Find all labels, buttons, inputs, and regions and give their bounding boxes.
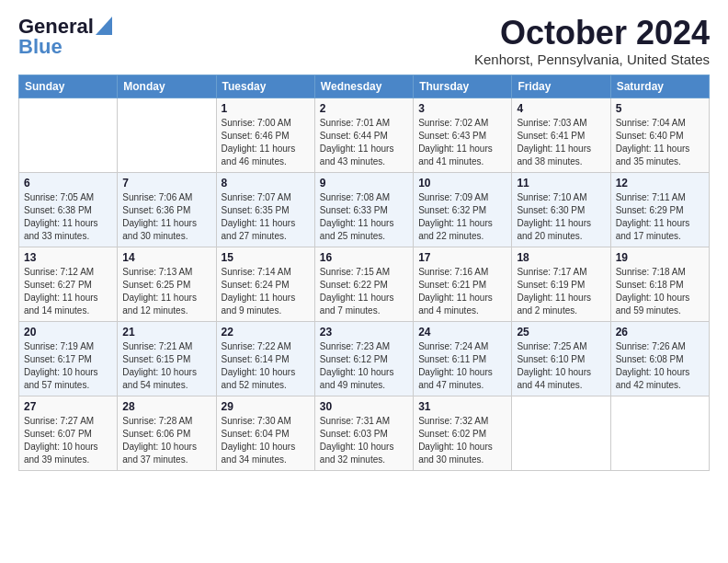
col-header-friday: Friday	[512, 75, 610, 98]
day-info: Sunrise: 7:24 AMSunset: 6:11 PMDaylight:…	[418, 341, 493, 390]
day-info: Sunrise: 7:21 AMSunset: 6:15 PMDaylight:…	[122, 341, 197, 390]
col-header-wednesday: Wednesday	[314, 75, 413, 98]
day-number: 17	[418, 251, 506, 264]
day-info: Sunrise: 7:28 AMSunset: 6:06 PMDaylight:…	[122, 416, 197, 465]
calendar-cell: 13Sunrise: 7:12 AMSunset: 6:27 PMDayligh…	[19, 247, 118, 321]
day-number: 29	[222, 400, 310, 413]
day-info: Sunrise: 7:06 AMSunset: 6:36 PMDaylight:…	[122, 192, 197, 241]
calendar-cell: 22Sunrise: 7:22 AMSunset: 6:14 PMDayligh…	[216, 321, 314, 396]
day-info: Sunrise: 7:16 AMSunset: 6:21 PMDaylight:…	[418, 267, 493, 316]
day-number: 24	[418, 326, 506, 339]
calendar-cell: 7Sunrise: 7:06 AMSunset: 6:36 PMDaylight…	[118, 172, 216, 247]
logo-blue: Blue	[18, 35, 63, 59]
day-info: Sunrise: 7:26 AMSunset: 6:08 PMDaylight:…	[616, 341, 690, 390]
calendar-cell: 10Sunrise: 7:09 AMSunset: 6:32 PMDayligh…	[414, 172, 512, 247]
day-info: Sunrise: 7:27 AMSunset: 6:07 PMDaylight:…	[24, 416, 98, 465]
day-number: 4	[517, 102, 605, 115]
day-info: Sunrise: 7:11 AMSunset: 6:29 PMDaylight:…	[616, 192, 690, 241]
day-number: 10	[418, 177, 506, 190]
day-info: Sunrise: 7:05 AMSunset: 6:38 PMDaylight:…	[24, 192, 98, 241]
day-number: 2	[320, 102, 408, 115]
day-number: 13	[24, 251, 112, 264]
logo: General Blue	[18, 15, 112, 59]
day-number: 8	[222, 177, 310, 190]
day-number: 28	[122, 400, 210, 413]
calendar-cell: 12Sunrise: 7:11 AMSunset: 6:29 PMDayligh…	[610, 172, 709, 247]
logo-icon	[96, 17, 112, 35]
day-number: 5	[616, 102, 704, 115]
location: Kenhorst, Pennsylvania, United States	[474, 52, 710, 67]
calendar-cell: 30Sunrise: 7:31 AMSunset: 6:03 PMDayligh…	[314, 396, 413, 470]
day-info: Sunrise: 7:18 AMSunset: 6:18 PMDaylight:…	[616, 267, 690, 316]
day-info: Sunrise: 7:00 AMSunset: 6:46 PMDaylight:…	[222, 118, 296, 167]
calendar-cell: 23Sunrise: 7:23 AMSunset: 6:12 PMDayligh…	[314, 321, 413, 396]
calendar-cell: 17Sunrise: 7:16 AMSunset: 6:21 PMDayligh…	[414, 247, 512, 321]
calendar-cell: 18Sunrise: 7:17 AMSunset: 6:19 PMDayligh…	[512, 247, 610, 321]
calendar-cell: 2Sunrise: 7:01 AMSunset: 6:44 PMDaylight…	[314, 98, 413, 172]
col-header-sunday: Sunday	[19, 75, 118, 98]
day-info: Sunrise: 7:13 AMSunset: 6:25 PMDaylight:…	[122, 267, 197, 316]
calendar-cell	[19, 98, 118, 172]
day-number: 6	[24, 177, 112, 190]
day-number: 20	[24, 326, 112, 339]
title-block: October 2024 Kenhorst, Pennsylvania, Uni…	[474, 15, 710, 67]
calendar-table: SundayMondayTuesdayWednesdayThursdayFrid…	[18, 75, 710, 471]
day-number: 3	[418, 102, 506, 115]
calendar-cell: 15Sunrise: 7:14 AMSunset: 6:24 PMDayligh…	[216, 247, 314, 321]
calendar-cell: 6Sunrise: 7:05 AMSunset: 6:38 PMDaylight…	[19, 172, 118, 247]
calendar-cell: 25Sunrise: 7:25 AMSunset: 6:10 PMDayligh…	[512, 321, 610, 396]
day-number: 23	[320, 326, 408, 339]
calendar-cell: 8Sunrise: 7:07 AMSunset: 6:35 PMDaylight…	[216, 172, 314, 247]
day-number: 7	[122, 177, 210, 190]
calendar-cell: 20Sunrise: 7:19 AMSunset: 6:17 PMDayligh…	[19, 321, 118, 396]
calendar-cell: 27Sunrise: 7:27 AMSunset: 6:07 PMDayligh…	[19, 396, 118, 470]
day-info: Sunrise: 7:09 AMSunset: 6:32 PMDaylight:…	[418, 192, 493, 241]
day-info: Sunrise: 7:12 AMSunset: 6:27 PMDaylight:…	[24, 267, 98, 316]
month-title: October 2024	[474, 15, 710, 52]
day-number: 26	[616, 326, 704, 339]
calendar-cell: 26Sunrise: 7:26 AMSunset: 6:08 PMDayligh…	[610, 321, 709, 396]
day-info: Sunrise: 7:07 AMSunset: 6:35 PMDaylight:…	[222, 192, 296, 241]
day-number: 14	[122, 251, 210, 264]
day-info: Sunrise: 7:30 AMSunset: 6:04 PMDaylight:…	[222, 416, 296, 465]
day-number: 27	[24, 400, 112, 413]
day-info: Sunrise: 7:19 AMSunset: 6:17 PMDaylight:…	[24, 341, 98, 390]
col-header-monday: Monday	[118, 75, 216, 98]
calendar-cell: 9Sunrise: 7:08 AMSunset: 6:33 PMDaylight…	[314, 172, 413, 247]
day-info: Sunrise: 7:08 AMSunset: 6:33 PMDaylight:…	[320, 192, 394, 241]
calendar-cell	[512, 396, 610, 470]
calendar-cell: 21Sunrise: 7:21 AMSunset: 6:15 PMDayligh…	[118, 321, 216, 396]
calendar-cell	[118, 98, 216, 172]
day-info: Sunrise: 7:17 AMSunset: 6:19 PMDaylight:…	[517, 267, 591, 316]
day-info: Sunrise: 7:10 AMSunset: 6:30 PMDaylight:…	[517, 192, 591, 241]
day-number: 22	[222, 326, 310, 339]
day-number: 1	[222, 102, 310, 115]
calendar-cell: 14Sunrise: 7:13 AMSunset: 6:25 PMDayligh…	[118, 247, 216, 321]
page-header: General Blue October 2024 Kenhorst, Penn…	[18, 15, 710, 67]
day-info: Sunrise: 7:23 AMSunset: 6:12 PMDaylight:…	[320, 341, 394, 390]
day-info: Sunrise: 7:04 AMSunset: 6:40 PMDaylight:…	[616, 118, 690, 167]
day-number: 16	[320, 251, 408, 264]
calendar-cell: 11Sunrise: 7:10 AMSunset: 6:30 PMDayligh…	[512, 172, 610, 247]
calendar-cell: 24Sunrise: 7:24 AMSunset: 6:11 PMDayligh…	[414, 321, 512, 396]
day-info: Sunrise: 7:15 AMSunset: 6:22 PMDaylight:…	[320, 267, 394, 316]
calendar-cell: 31Sunrise: 7:32 AMSunset: 6:02 PMDayligh…	[414, 396, 512, 470]
calendar-cell: 28Sunrise: 7:28 AMSunset: 6:06 PMDayligh…	[118, 396, 216, 470]
day-number: 12	[616, 177, 704, 190]
day-info: Sunrise: 7:03 AMSunset: 6:41 PMDaylight:…	[517, 118, 591, 167]
calendar-cell: 29Sunrise: 7:30 AMSunset: 6:04 PMDayligh…	[216, 396, 314, 470]
calendar-cell: 4Sunrise: 7:03 AMSunset: 6:41 PMDaylight…	[512, 98, 610, 172]
day-info: Sunrise: 7:22 AMSunset: 6:14 PMDaylight:…	[222, 341, 296, 390]
svg-marker-0	[96, 17, 112, 35]
calendar-page: General Blue October 2024 Kenhorst, Penn…	[0, 0, 728, 563]
col-header-saturday: Saturday	[610, 75, 709, 98]
calendar-cell	[610, 396, 709, 470]
day-info: Sunrise: 7:31 AMSunset: 6:03 PMDaylight:…	[320, 416, 394, 465]
day-number: 15	[222, 251, 310, 264]
day-number: 18	[517, 251, 605, 264]
col-header-thursday: Thursday	[414, 75, 512, 98]
day-number: 9	[320, 177, 408, 190]
calendar-cell: 19Sunrise: 7:18 AMSunset: 6:18 PMDayligh…	[610, 247, 709, 321]
day-info: Sunrise: 7:14 AMSunset: 6:24 PMDaylight:…	[222, 267, 296, 316]
calendar-cell: 16Sunrise: 7:15 AMSunset: 6:22 PMDayligh…	[314, 247, 413, 321]
